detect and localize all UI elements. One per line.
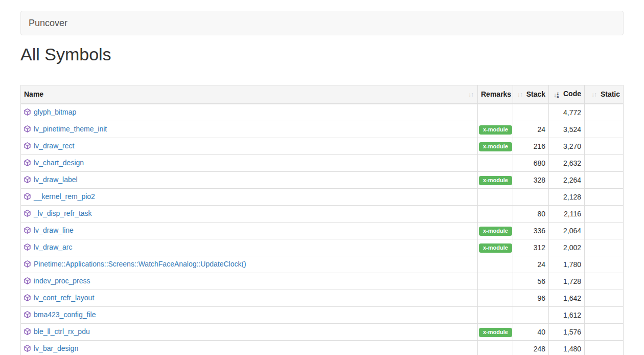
stack-cell: 96 [513, 290, 549, 306]
remarks-cell [478, 205, 513, 222]
table-row: indev_proc_press 56 1,728 [21, 273, 624, 290]
code-cell: 2,632 [549, 154, 585, 171]
symbol-link[interactable]: ble_ll_ctrl_rx_pdu [34, 327, 90, 336]
remarks-cell [478, 154, 513, 171]
symbol-link[interactable]: glyph_bitmap [34, 108, 76, 116]
name-cell: lv_draw_label [21, 171, 478, 188]
name-cell: lv_bar_design [21, 340, 478, 355]
static-cell [585, 154, 624, 171]
symbol-link[interactable]: lv_bar_design [34, 344, 78, 352]
name-cell: lv_draw_line [21, 222, 478, 239]
remarks-cell [478, 188, 513, 205]
symbol-link[interactable]: bma423_config_file [34, 310, 96, 319]
symbol-link[interactable]: Pinetime::Applications::Screens::WatchFa… [34, 260, 246, 268]
static-cell [585, 256, 624, 273]
symbol-cube-icon [24, 310, 31, 321]
symbol-link[interactable]: lv_draw_rect [34, 142, 74, 150]
table-header-row: ↓↑ Name Remarks ↓↑ Stack ↓za Code [21, 85, 624, 104]
x-module-badge: x-module [479, 227, 512, 236]
symbol-link[interactable]: lv_pinetime_theme_init [34, 125, 107, 133]
symbol-cube-icon [24, 108, 31, 118]
symbol-link[interactable]: indev_proc_press [34, 277, 90, 285]
column-header-stack[interactable]: ↓↑ Stack [513, 85, 549, 104]
static-cell [585, 188, 624, 205]
sort-up-arrow-icon: ↑ [471, 91, 473, 98]
symbol-cube-icon [24, 125, 31, 135]
static-cell [585, 205, 624, 222]
table-row: lv_draw_rect x-module 216 3,270 [21, 138, 624, 154]
table-row: bma423_config_file 1,612 [21, 306, 624, 323]
code-cell: 1,780 [549, 256, 585, 273]
x-module-badge: x-module [479, 328, 512, 337]
sort-letter-a: a [557, 95, 559, 98]
table-row: lv_pinetime_theme_init x-module 24 3,524 [21, 121, 624, 138]
sort-unsorted-icon: ↓↑ [517, 90, 522, 100]
stack-cell: 248 [513, 340, 549, 355]
name-cell: lv_cont_refr_layout [21, 290, 478, 306]
code-cell: 1,576 [549, 323, 585, 340]
stack-cell: 24 [513, 256, 549, 273]
symbol-link[interactable]: lv_cont_refr_layout [34, 294, 94, 302]
remarks-cell [478, 273, 513, 290]
static-cell [585, 290, 624, 306]
table-row: lv_chart_design 680 2,632 [21, 154, 624, 171]
table-row: glyph_bitmap 4,772 [21, 104, 624, 121]
static-cell [585, 340, 624, 355]
remarks-cell [478, 104, 513, 121]
symbol-cube-icon [24, 327, 31, 338]
symbol-link[interactable]: lv_draw_line [34, 226, 74, 234]
symbol-link[interactable]: lv_draw_label [34, 175, 78, 184]
sort-unsorted-icon: ↓↑ [468, 90, 473, 100]
table-row: lv_bar_design 248 1,480 [21, 340, 624, 355]
static-cell [585, 104, 624, 121]
remarks-cell [478, 256, 513, 273]
symbol-cube-icon [24, 175, 31, 186]
page-title: All Symbols [20, 45, 624, 64]
stack-cell: 24 [513, 121, 549, 138]
remarks-cell [478, 306, 513, 323]
name-cell: ble_ll_ctrl_rx_pdu [21, 323, 478, 340]
remarks-cell: x-module [478, 239, 513, 256]
stack-cell: 56 [513, 273, 549, 290]
symbol-link[interactable]: lv_draw_arc [34, 243, 72, 251]
page-root: Puncover All Symbols ↓↑ Name Remarks ↓↑ [0, 11, 644, 355]
sort-up-arrow-icon: ↑ [520, 91, 522, 98]
symbol-link[interactable]: _lv_disp_refr_task [34, 209, 92, 217]
code-cell: 2,264 [549, 171, 585, 188]
stack-cell: 328 [513, 171, 549, 188]
code-cell: 2,116 [549, 205, 585, 222]
sort-desc-active-icon: ↓za [554, 90, 559, 100]
code-cell: 4,772 [549, 104, 585, 121]
symbol-cube-icon [24, 243, 31, 253]
navbar-brand[interactable]: Puncover [29, 18, 67, 28]
static-cell [585, 323, 624, 340]
code-cell: 1,612 [549, 306, 585, 323]
column-label-remarks: Remarks [481, 90, 511, 98]
table-row: lv_draw_line x-module 336 2,064 [21, 222, 624, 239]
symbol-link[interactable]: lv_chart_design [34, 159, 84, 167]
table-row: lv_draw_label x-module 328 2,264 [21, 171, 624, 188]
navbar: Puncover [20, 11, 624, 35]
column-header-code[interactable]: ↓za Code [549, 85, 585, 104]
column-label-stack: Stack [526, 90, 545, 98]
symbol-link[interactable]: __kernel_rem_pio2 [34, 192, 95, 201]
table-row: __kernel_rem_pio2 2,128 [21, 188, 624, 205]
stack-cell: 336 [513, 222, 549, 239]
column-label-code: Code [563, 90, 581, 98]
stack-cell: 216 [513, 138, 549, 154]
stack-cell [513, 306, 549, 323]
remarks-cell: x-module [478, 121, 513, 138]
name-cell: indev_proc_press [21, 273, 478, 290]
table-row: ble_ll_ctrl_rx_pdu x-module 40 1,576 [21, 323, 624, 340]
column-header-remarks: Remarks [478, 85, 513, 104]
column-header-static[interactable]: ↓↑ Static [585, 85, 624, 104]
static-cell [585, 239, 624, 256]
stack-cell: 680 [513, 154, 549, 171]
column-header-name[interactable]: ↓↑ Name [21, 85, 478, 104]
code-cell: 2,128 [549, 188, 585, 205]
table-row: Pinetime::Applications::Screens::WatchFa… [21, 256, 624, 273]
static-cell [585, 138, 624, 154]
name-cell: __kernel_rem_pio2 [21, 188, 478, 205]
remarks-cell [478, 340, 513, 355]
x-module-badge: x-module [479, 142, 512, 151]
